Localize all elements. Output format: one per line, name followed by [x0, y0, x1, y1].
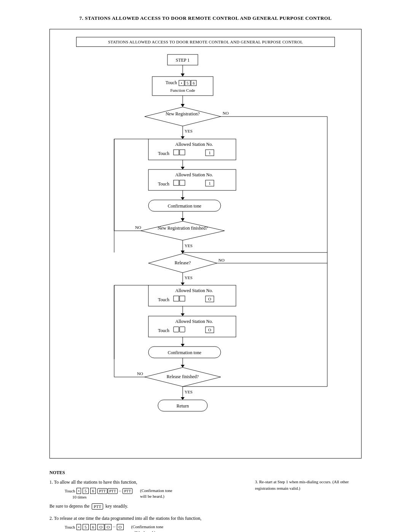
touch-label-1: Touch: [65, 489, 75, 493]
svg-rect-70: [180, 296, 185, 301]
svg-text:Return: Return: [177, 403, 189, 409]
note-1-text: 1. To allow all the stations to have thi…: [49, 479, 244, 486]
svg-text:1: 1: [209, 181, 211, 185]
note-1-key-dot: •: [76, 488, 81, 494]
svg-text:Allowed  Station  No.: Allowed Station No.: [175, 288, 213, 293]
svg-text:Touch: Touch: [158, 297, 169, 302]
svg-marker-46: [181, 218, 185, 221]
note-1-extra: Be sure to depress the PTT key steadily.: [49, 503, 244, 510]
flowchart-title: STATIONS ALLOWED ACCESS TO DOOR REMOTE C…: [76, 37, 335, 47]
svg-text:New Registration finished?: New Registration finished?: [158, 225, 207, 231]
svg-text:O: O: [208, 297, 211, 301]
svg-text:NO: NO: [137, 371, 143, 376]
svg-marker-63: [181, 283, 185, 285]
note-1-key-5: 5: [83, 488, 89, 494]
svg-rect-78: [174, 327, 179, 332]
note-2-touch-row: Touch • 5 6 O O ··· O: [65, 524, 124, 530]
notes-left: 1. To allow all the stations to have thi…: [49, 479, 244, 532]
svg-text:YES: YES: [185, 275, 193, 280]
svg-rect-29: [180, 150, 185, 155]
note-item-1: 1. To allow all the stations to have thi…: [49, 479, 244, 510]
touch-label-2: Touch: [65, 525, 75, 529]
note-2-key-6: 6: [90, 524, 96, 530]
svg-marker-3: [181, 73, 185, 77]
note-2-key-group: O O ··· O: [97, 524, 123, 530]
svg-rect-79: [180, 327, 185, 332]
svg-text:•: •: [181, 81, 182, 85]
svg-text:NO: NO: [135, 225, 141, 230]
note-1-key-6: 6: [90, 488, 96, 494]
note-1-key-group: PTT PTT ··· PTT: [97, 488, 132, 494]
svg-text:YES: YES: [185, 390, 193, 394]
note-1-confirmation: (Confirmation tonewill be heard.): [140, 488, 172, 500]
svg-text:O: O: [208, 328, 211, 332]
note-1-times: 10 times: [72, 495, 132, 499]
notes-section: NOTES 1. To allow all the stations to ha…: [49, 470, 362, 532]
svg-text:Allowed  Station  No.: Allowed Station No.: [175, 172, 213, 177]
svg-text:YES: YES: [185, 243, 193, 248]
notes-grid: 1. To allow all the stations to have thi…: [49, 479, 362, 532]
svg-marker-83: [181, 344, 185, 347]
svg-marker-97: [181, 397, 185, 400]
svg-text:Confirmation  tone: Confirmation tone: [168, 203, 201, 209]
svg-text:Touch: Touch: [158, 328, 169, 333]
svg-text:Touch: Touch: [158, 151, 169, 156]
page-title: 7. STATIONS ALLOWED ACCESS TO DOOR REMOT…: [23, 15, 388, 21]
svg-marker-74: [181, 313, 185, 316]
svg-marker-14: [181, 104, 185, 107]
svg-text:1: 1: [209, 150, 211, 155]
svg-text:Touch: Touch: [158, 181, 169, 187]
svg-rect-69: [174, 296, 179, 301]
svg-marker-33: [181, 167, 185, 169]
notes-right: 3. Re-start at Step 1 when mis-dialing o…: [255, 479, 362, 532]
note-1-touch-row: Touch • 5 6 PTT PTT ··· PTT: [65, 488, 132, 494]
svg-text:New  Registration?: New Registration?: [166, 111, 200, 117]
svg-text:YES: YES: [185, 129, 193, 133]
flowchart-container: STATIONS ALLOWED ACCESS TO DOOR REMOTE C…: [49, 29, 362, 459]
svg-marker-47: [141, 221, 225, 240]
note-2-confirmation: (Confirmation tonewill be heard.): [131, 524, 164, 532]
svg-marker-55: [181, 251, 185, 254]
svg-marker-15: [145, 107, 221, 126]
svg-text:Release finished?: Release finished?: [167, 374, 199, 379]
svg-marker-87: [181, 365, 185, 367]
svg-rect-37: [174, 180, 179, 185]
svg-text:Touch: Touch: [166, 80, 177, 85]
note-3-text: 3. Re-start at Step 1 when mis-dialing o…: [255, 479, 354, 491]
svg-marker-22: [181, 136, 185, 139]
svg-text:Function  Code: Function Code: [170, 88, 195, 93]
svg-text:5: 5: [187, 81, 189, 85]
svg-text:Release?: Release?: [175, 260, 191, 265]
notes-title: NOTES: [49, 470, 362, 476]
svg-text:Confirmation  tone: Confirmation tone: [168, 350, 201, 355]
svg-text:6: 6: [193, 81, 195, 85]
svg-text:NO: NO: [223, 111, 229, 115]
note-2-text: 2. To release at one time the data progr…: [49, 515, 244, 522]
svg-text:Allowed  Station  No.: Allowed Station No.: [175, 142, 213, 147]
svg-text:STEP 1: STEP 1: [176, 58, 190, 63]
svg-rect-4: [152, 77, 213, 96]
note-2-key-dot: •: [76, 524, 81, 530]
svg-rect-28: [174, 150, 179, 155]
svg-text:Allowed  Station  No.: Allowed Station No.: [175, 319, 213, 324]
svg-text:NO: NO: [218, 258, 225, 262]
note-2-key-5: 5: [83, 524, 89, 530]
svg-marker-42: [181, 197, 185, 200]
flowchart-svg: STEP 1 Touch • 5 6 Function Code New Reg…: [61, 51, 350, 451]
svg-rect-38: [180, 180, 185, 185]
note-item-2: 2. To release at one time the data progr…: [49, 515, 244, 532]
